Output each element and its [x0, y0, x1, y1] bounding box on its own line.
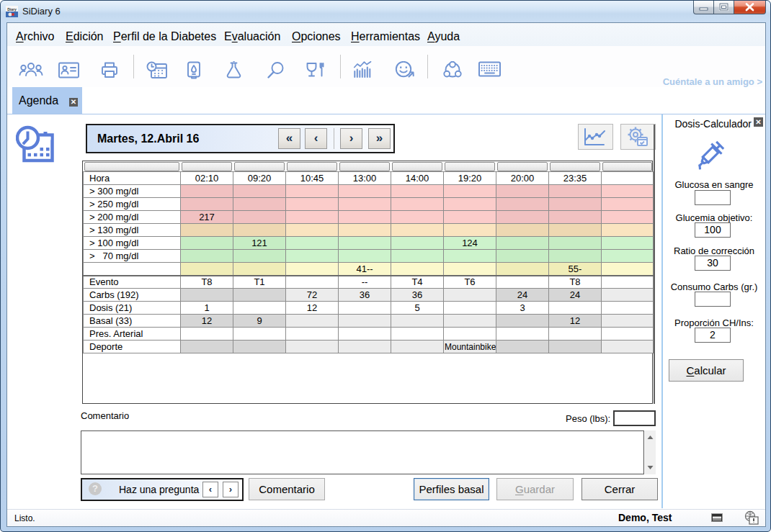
svg-text:Diary: Diary	[7, 7, 17, 12]
